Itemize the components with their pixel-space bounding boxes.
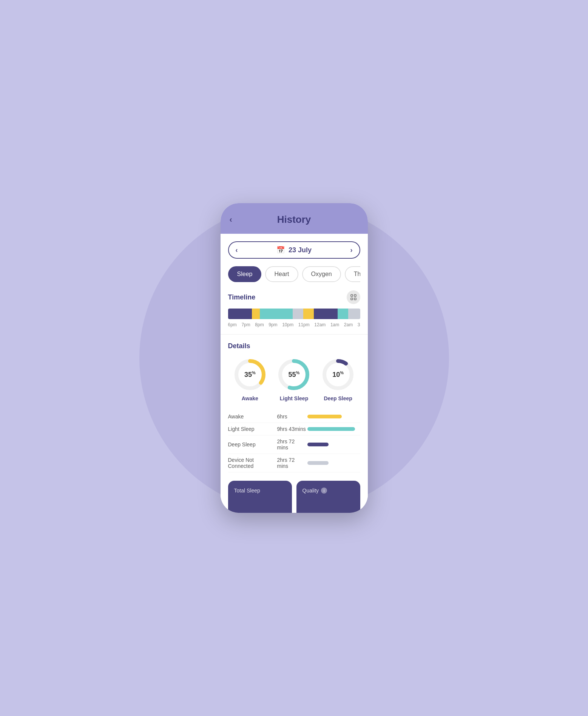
prev-date-button[interactable]: ‹ bbox=[236, 246, 238, 254]
donuts-row: 35% Awake 55% Light Sleep bbox=[228, 358, 360, 401]
sleep-bar-deep bbox=[307, 443, 329, 446]
sleep-row-disconnected: Device Not Connected 2hrs 72 mins bbox=[228, 454, 360, 472]
donut-awake-label: Awake bbox=[242, 395, 258, 401]
sleep-row-awake-label: Awake bbox=[228, 414, 277, 420]
sleep-row-light-value: 9hrs 43mins bbox=[277, 426, 307, 432]
next-date-button[interactable]: › bbox=[350, 246, 352, 254]
svg-rect-3 bbox=[354, 298, 356, 300]
date-display: 📅 23 July bbox=[276, 246, 312, 254]
total-sleep-card: Total Sleep 8.5hrs Read our Sleep Guide bbox=[228, 481, 292, 513]
sleep-row-deep: Deep Sleep 2hrs 72 mins bbox=[228, 435, 360, 454]
donut-light-sleep-value: 55% bbox=[289, 370, 300, 379]
donut-awake: 35% Awake bbox=[233, 358, 267, 401]
timeline-section-header: Timeline bbox=[228, 290, 360, 304]
sleep-row-deep-bar-container bbox=[307, 443, 360, 446]
donut-light-sleep-label: Light Sleep bbox=[280, 395, 308, 401]
tl-label: 12am bbox=[314, 322, 326, 327]
tl-label: 2am bbox=[344, 322, 353, 327]
tl-label: 1am bbox=[330, 322, 339, 327]
quality-card-title: Quality i bbox=[302, 488, 354, 494]
timeline-labels: 6pm 7pm 8pm 9pm 10pm 11pm 12am 1am 2am 3 bbox=[228, 322, 360, 327]
sleep-row-disconnected-value: 2hrs 72 mins bbox=[277, 457, 307, 469]
timeline-bar bbox=[228, 309, 360, 319]
back-button[interactable]: ‹ bbox=[230, 215, 232, 225]
bottom-cards: Total Sleep 8.5hrs Read our Sleep Guide … bbox=[228, 481, 360, 513]
tab-thermo[interactable]: Therm… bbox=[345, 266, 360, 282]
sleep-row-deep-label: Deep Sleep bbox=[228, 441, 277, 448]
info-icon: i bbox=[321, 488, 327, 494]
total-sleep-card-title: Total Sleep bbox=[234, 488, 286, 494]
fullscreen-icon bbox=[350, 294, 357, 300]
phone-frame: ‹ History ‹ 📅 23 July › Sleep Heart Oxyg… bbox=[221, 203, 368, 513]
calendar-icon: 📅 bbox=[276, 246, 285, 254]
donut-deep-sleep-value: 10% bbox=[332, 370, 344, 379]
sleep-row-awake: Awake 6hrs bbox=[228, 410, 360, 423]
tl-label: 7pm bbox=[241, 322, 250, 327]
donut-light-sleep: 55% Light Sleep bbox=[277, 358, 311, 401]
sleep-bar-light bbox=[307, 427, 355, 431]
tl-label: 11pm bbox=[298, 322, 310, 327]
background-circle: ‹ History ‹ 📅 23 July › Sleep Heart Oxyg… bbox=[139, 203, 449, 513]
quality-card: Quality i 82% Excellent bbox=[296, 481, 360, 513]
sleep-row-awake-value: 6hrs bbox=[277, 414, 307, 420]
sleep-row-disconnected-label: Device Not Connected bbox=[228, 457, 277, 469]
tab-heart[interactable]: Heart bbox=[265, 266, 298, 282]
donut-awake-chart: 35% bbox=[233, 358, 267, 392]
donut-light-sleep-chart: 55% bbox=[277, 358, 311, 392]
sleep-row-deep-value: 2hrs 72 mins bbox=[277, 438, 307, 451]
details-title: Details bbox=[228, 342, 360, 350]
tl-label: 3 bbox=[358, 322, 360, 327]
content-area: ‹ 📅 23 July › Sleep Heart Oxygen Therm… … bbox=[221, 234, 368, 513]
divider bbox=[221, 334, 368, 335]
page-title: History bbox=[277, 214, 311, 225]
tab-sleep[interactable]: Sleep bbox=[228, 266, 262, 282]
tl-label: 8pm bbox=[255, 322, 264, 327]
sleep-row-awake-bar-container bbox=[307, 415, 360, 418]
tl-label: 9pm bbox=[269, 322, 277, 327]
tab-oxygen[interactable]: Oxygen bbox=[302, 266, 341, 282]
date-selector[interactable]: ‹ 📅 23 July › bbox=[228, 241, 360, 259]
svg-rect-2 bbox=[351, 298, 353, 300]
tl-label: 6pm bbox=[228, 322, 237, 327]
sleep-bar-disconnected bbox=[307, 461, 329, 465]
fullscreen-button[interactable] bbox=[347, 290, 360, 304]
date-text: 23 July bbox=[289, 246, 312, 254]
tab-bar: Sleep Heart Oxygen Therm… bbox=[228, 266, 360, 282]
svg-rect-0 bbox=[351, 295, 353, 296]
tl-label: 10pm bbox=[282, 322, 293, 327]
donut-deep-sleep-label: Deep Sleep bbox=[324, 395, 352, 401]
donut-deep-sleep-chart: 10% bbox=[321, 358, 355, 392]
sleep-details: Awake 6hrs Light Sleep 9hrs 43mins Deep … bbox=[228, 410, 360, 472]
sleep-row-light-label: Light Sleep bbox=[228, 426, 277, 432]
sleep-bar-awake bbox=[307, 415, 342, 418]
sleep-row-light-bar-container bbox=[307, 427, 360, 431]
svg-rect-1 bbox=[354, 295, 356, 296]
header: ‹ History bbox=[221, 203, 368, 234]
sleep-row-disconnected-bar-container bbox=[307, 461, 360, 465]
donut-awake-value: 35% bbox=[244, 370, 256, 379]
timeline-title: Timeline bbox=[228, 293, 256, 301]
sleep-row-light: Light Sleep 9hrs 43mins bbox=[228, 423, 360, 435]
donut-deep-sleep: 10% Deep Sleep bbox=[321, 358, 355, 401]
